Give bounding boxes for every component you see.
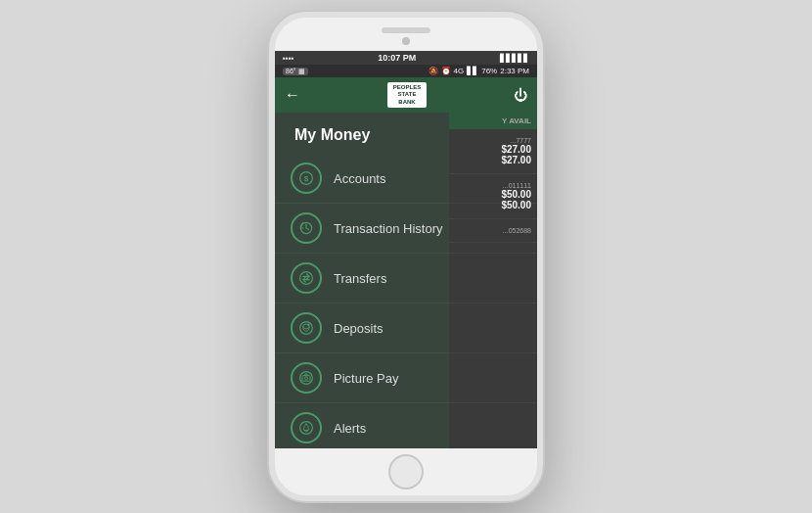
temp-badge: 86° ▦ <box>283 68 308 75</box>
phone-device: ▪▪▪▪ 10:07 PM ▋▋▋▋▋ 86° ▦ 🔕 ⏰ 4G ▋▋ 76% … <box>269 12 543 501</box>
signal-icon: ▋▋▋▋▋ <box>500 54 529 63</box>
network-squares: ▪▪▪▪ <box>283 54 293 63</box>
phone-screen: ▪▪▪▪ 10:07 PM ▋▋▋▋▋ 86° ▦ 🔕 ⏰ 4G ▋▋ 76% … <box>275 51 537 448</box>
home-button[interactable] <box>388 454 424 490</box>
data-icon: 4G <box>454 67 465 75</box>
menu-item-alerts[interactable]: Alerts <box>275 403 537 448</box>
deposits-label: Deposits <box>334 321 383 336</box>
menu-item-picture-pay[interactable]: Picture Pay <box>275 353 537 403</box>
account-num-1: ...7777 <box>455 137 531 144</box>
picture-pay-label: Picture Pay <box>334 371 398 386</box>
status-right-icons: ▋▋▋▋▋ <box>500 54 529 63</box>
transaction-history-icon <box>291 212 322 244</box>
svg-point-6 <box>307 324 309 326</box>
battery-pct: 76% <box>481 67 497 75</box>
menu-panel: Y AVAIL ...7777 $27.00 $27.00 ...011111 … <box>275 113 537 448</box>
signal-bars: ▋▋ <box>467 67 478 75</box>
phone-camera <box>402 37 410 45</box>
transaction-history-label: Transaction History <box>334 221 443 236</box>
temp-value: 86° <box>286 68 296 74</box>
status-left-icons: ▪▪▪▪ <box>283 54 293 63</box>
deposits-icon <box>291 312 322 344</box>
map-icon: ▦ <box>298 68 305 75</box>
app-header: ← PEOPLES STATE BANK ⏻ <box>275 77 537 113</box>
status-bar-top: ▪▪▪▪ 10:07 PM ▋▋▋▋▋ <box>275 51 537 65</box>
menu-item-accounts[interactable]: $ Accounts <box>275 154 537 204</box>
menu-item-transfers[interactable]: Transfers <box>275 254 537 303</box>
menu-item-transaction-history[interactable]: Transaction History <box>275 204 537 254</box>
accounts-label: Accounts <box>334 171 385 186</box>
status-bar-second: 86° ▦ 🔕 ⏰ 4G ▋▋ 76% 2:33 PM <box>275 65 537 77</box>
alerts-label: Alerts <box>334 421 366 436</box>
phone-speaker <box>382 27 430 33</box>
status-time: 10:07 PM <box>378 53 416 63</box>
picture-pay-icon <box>291 362 322 394</box>
accounts-icon: $ <box>291 163 322 194</box>
alarm-icon: ⏰ <box>441 67 451 75</box>
alerts-icon <box>291 412 322 443</box>
power-button[interactable]: ⏻ <box>514 87 527 103</box>
svg-text:$: $ <box>304 174 309 183</box>
mute-icon: 🔕 <box>429 67 438 75</box>
bank-name-line3: BANK <box>393 99 421 106</box>
bank-name-line1: PEOPLES <box>393 84 421 91</box>
second-bar-right: 🔕 ⏰ 4G ▋▋ 76% 2:33 PM <box>429 67 529 75</box>
svg-point-3 <box>300 272 313 285</box>
transfers-icon <box>291 262 322 294</box>
second-bar-time: 2:33 PM <box>500 67 529 75</box>
svg-point-11 <box>305 423 306 424</box>
back-button[interactable]: ← <box>285 86 300 104</box>
menu-item-deposits[interactable]: Deposits <box>275 303 537 353</box>
transfers-label: Transfers <box>334 271 386 286</box>
bank-name-line2: STATE <box>393 91 421 98</box>
right-panel-header: Y AVAIL <box>449 113 537 129</box>
bank-logo: PEOPLES STATE BANK <box>387 82 427 108</box>
svg-point-9 <box>304 377 307 380</box>
